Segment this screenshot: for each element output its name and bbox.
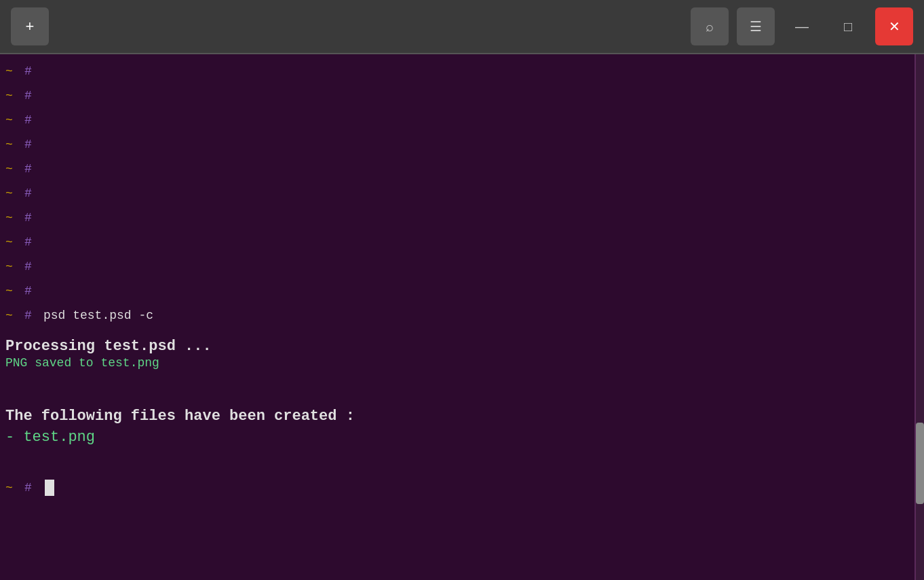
hash-10: # (24, 282, 38, 301)
maximize-button[interactable]: □ (829, 7, 867, 45)
scrollbar-thumb[interactable] (916, 423, 924, 504)
tilde-cmd: ~ (5, 307, 19, 326)
hash-7: # (24, 209, 38, 228)
scrollbar[interactable] (916, 54, 924, 580)
menu-icon: ☰ (750, 18, 762, 35)
blank-line-5: ~ # (5, 157, 924, 182)
hash-1: # (24, 62, 38, 81)
tilde-5: ~ (5, 160, 19, 179)
titlebar-left: + (11, 7, 49, 45)
output-processing: Processing test.psd ... (5, 336, 924, 356)
tilde-8: ~ (5, 233, 19, 252)
blank-line-10: ~ # (5, 279, 924, 304)
search-icon: ⌕ (706, 19, 714, 35)
blank-line-7: ~ # (5, 206, 924, 231)
hash-active: # (24, 481, 38, 495)
command-text: psd test.psd -c (43, 307, 153, 326)
tilde-10: ~ (5, 282, 19, 301)
blank-line-4: ~ # (5, 133, 924, 157)
hash-6: # (24, 185, 38, 204)
titlebar-right: ⌕ ☰ — □ ✕ (691, 7, 913, 45)
files-created-heading: The following files have been created : (5, 402, 924, 427)
blank-line-2: ~ # (5, 84, 924, 109)
terminal-content: ~ # ~ # ~ # ~ # ~ # ~ # ~ # ~ # ~ # ~ # … (0, 54, 924, 580)
blank-line-6: ~ # (5, 182, 924, 206)
tilde-1: ~ (5, 62, 19, 81)
right-edge-line (915, 54, 916, 580)
hash-4: # (24, 136, 38, 155)
tilde-active: ~ (5, 481, 19, 495)
close-button[interactable]: ✕ (875, 7, 913, 45)
active-prompt-line: ~ # (5, 480, 924, 496)
command-line: ~ # psd test.psd -c (5, 304, 924, 328)
blank-line-9: ~ # (5, 255, 924, 279)
tilde-9: ~ (5, 258, 19, 277)
new-tab-icon: + (26, 18, 35, 35)
spacer (5, 370, 924, 394)
hash-9: # (24, 258, 38, 277)
tilde-6: ~ (5, 185, 19, 204)
minimize-icon: — (795, 19, 809, 35)
files-created-section: The following files have been created : … (5, 402, 924, 447)
tilde-2: ~ (5, 87, 19, 106)
tilde-4: ~ (5, 136, 19, 155)
tilde-3: ~ (5, 111, 19, 130)
maximize-icon: □ (844, 19, 852, 35)
menu-button[interactable]: ☰ (737, 7, 775, 45)
hash-cmd: # (24, 307, 38, 326)
spacer-2 (5, 450, 924, 474)
hash-5: # (24, 160, 38, 179)
blank-line-1: ~ # (5, 60, 924, 84)
hash-2: # (24, 87, 38, 106)
minimize-button[interactable]: — (783, 7, 821, 45)
hash-8: # (24, 233, 38, 252)
output-png-saved: PNG saved to test.png (5, 356, 924, 370)
hash-3: # (24, 111, 38, 130)
output-area: Processing test.psd ... PNG saved to tes… (5, 328, 924, 370)
cursor (45, 480, 54, 496)
new-tab-button[interactable]: + (11, 7, 49, 45)
created-file-item: - test.png (5, 427, 924, 447)
blank-line-3: ~ # (5, 109, 924, 133)
close-icon: ✕ (889, 18, 900, 35)
titlebar: + ⌕ ☰ — □ ✕ (0, 0, 924, 54)
tilde-7: ~ (5, 209, 19, 228)
search-button[interactable]: ⌕ (691, 7, 729, 45)
blank-line-8: ~ # (5, 231, 924, 255)
